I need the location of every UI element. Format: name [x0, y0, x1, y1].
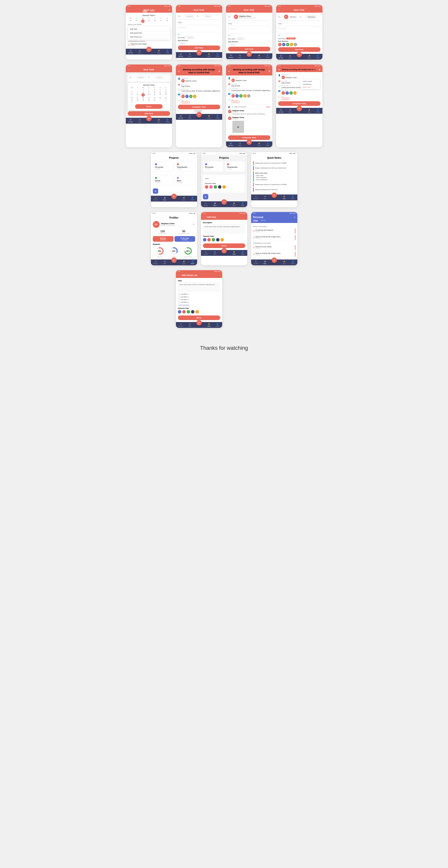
- nav-mytask[interactable]: ☑ My Task: [128, 50, 133, 54]
- note-done-btn[interactable]: Done: [203, 243, 245, 248]
- add-task-btn-5[interactable]: Add Task: [128, 111, 170, 116]
- checkbox-3[interactable]: [178, 299, 180, 301]
- due-badge-3[interactable]: Anytime: [236, 37, 245, 40]
- popup-add-note[interactable]: Add Quick Note: [128, 31, 170, 35]
- nav-10-menu[interactable]: ⊞Menu: [214, 202, 217, 206]
- nav-15-profile[interactable]: 👤Profile: [216, 323, 219, 327]
- assignee-field[interactable]: Assignee: [184, 14, 195, 18]
- close-icon-3[interactable]: ✕: [278, 68, 280, 71]
- fab-16[interactable]: +: [271, 257, 277, 263]
- nav-11-mytask[interactable]: ☑My Task: [254, 195, 258, 199]
- fab-15[interactable]: +: [196, 320, 202, 326]
- checkbox-1[interactable]: [178, 293, 180, 295]
- nav-9-profile[interactable]: 👤Profile: [191, 197, 194, 200]
- description-input[interactable]: Description: [178, 26, 220, 32]
- popup-add-checklist[interactable]: Add Check List: [128, 35, 170, 39]
- nav-7-menu[interactable]: ⊞Menu: [238, 143, 242, 146]
- title-input-3[interactable]: [228, 22, 270, 26]
- project-p2-personal[interactable]: Personal 10 Tasks: [203, 161, 223, 172]
- desc-3[interactable]: Description: [228, 27, 270, 34]
- cl-color-green[interactable]: [187, 310, 190, 313]
- checklist-item-2[interactable]: List Item 2: [178, 296, 220, 298]
- title-input-4[interactable]: [278, 22, 320, 26]
- nav-3-quick[interactable]: ⚡Quick: [257, 54, 261, 58]
- fab-11[interactable]: +: [271, 192, 277, 198]
- add-task-btn-3[interactable]: Add Task: [228, 47, 270, 51]
- cl-color-yellow[interactable]: [195, 310, 199, 313]
- complete-task-btn-3[interactable]: Complete Task: [278, 101, 320, 106]
- popup-add-task[interactable]: Add Task: [128, 27, 170, 31]
- fab-3[interactable]: +: [247, 51, 252, 57]
- nav-12-menu[interactable]: ⊞Menu: [163, 260, 166, 265]
- add-task-btn-4[interactable]: Add Task: [278, 47, 320, 52]
- todo-btn[interactable]: To do Task 12 Tasks: [174, 236, 195, 242]
- fab-6[interactable]: +: [196, 112, 202, 117]
- checklist-item-4[interactable]: List Item 4: [178, 301, 220, 303]
- fab-7[interactable]: +: [247, 140, 252, 145]
- nav-5-menu[interactable]: ⊞Menu: [138, 119, 141, 123]
- title-input[interactable]: [178, 21, 220, 25]
- ctx-add-member[interactable]: Add Member: [300, 83, 320, 86]
- nav-9-menu[interactable]: ⊞Menu: [163, 197, 166, 200]
- gear-icon-2[interactable]: ⚙: [268, 70, 270, 72]
- nav-13-menu[interactable]: ⊞Menu: [214, 251, 217, 255]
- note-desc-area[interactable]: Lorem ipsum dolor sit amet, consectetur …: [203, 224, 245, 234]
- nav-7-quick[interactable]: ⚡Quick: [257, 143, 261, 146]
- desc-4[interactable]: Description: [278, 27, 320, 34]
- close-icon-1[interactable]: ✕: [178, 70, 180, 72]
- tab-personal-today[interactable]: Today: [253, 220, 258, 221]
- task-tomorrow-2[interactable]: Meet according with design team... 9:00a…: [253, 251, 295, 257]
- nav-3-menu[interactable]: ⊞Menu: [238, 54, 242, 58]
- nav-6-profile[interactable]: 👤Profile: [216, 115, 219, 119]
- nav-13-mytask[interactable]: ☑My Task: [204, 251, 208, 255]
- nav-10-mytask[interactable]: ☑My Task: [204, 202, 208, 206]
- back-arrow-note[interactable]: ←: [203, 216, 205, 218]
- task-tomorrow-1[interactable]: Read the book Zlatan 9:00am: [253, 244, 295, 251]
- project-title-input[interactable]: [205, 177, 243, 181]
- cl-color-dark[interactable]: [191, 310, 194, 313]
- back-arrow-5[interactable]: ←: [128, 68, 130, 71]
- nav-11-menu[interactable]: ⊞Menu: [263, 195, 267, 199]
- project-teamworks[interactable]: Teamworks 5 Tasks: [175, 161, 195, 172]
- nav-16-menu[interactable]: ⊞Menu: [263, 260, 267, 265]
- nav-11-profile[interactable]: 👤Profile: [291, 195, 294, 199]
- nav-10-quick[interactable]: ⚡Quick: [232, 202, 235, 206]
- nav-5-profile[interactable]: 👤Profile: [166, 119, 169, 123]
- nav-11-quick[interactable]: ⚡Quick: [283, 195, 286, 199]
- due-badge-4[interactable]: 13/8/2018: [286, 37, 296, 39]
- fab-12[interactable]: +: [171, 257, 177, 263]
- cl-color-red[interactable]: [182, 310, 186, 313]
- nav-8-profile[interactable]: 👤Profile: [316, 109, 320, 113]
- note-2[interactable]: Replace dashboard icon with more colorfu…: [253, 166, 295, 170]
- nav-13-profile[interactable]: 👤Profile: [241, 251, 244, 255]
- color-dark[interactable]: [218, 185, 221, 189]
- complete-task-btn-1[interactable]: Complete Task: [178, 105, 220, 109]
- nav-quick[interactable]: ⚡ Quick: [157, 50, 160, 54]
- task-today-1[interactable]: Go fishing with Stephen 9:00am: [253, 228, 295, 235]
- cl-color-blue[interactable]: [178, 310, 181, 313]
- tab-today[interactable]: Today: [142, 10, 148, 12]
- nav-8-quick[interactable]: ⚡Quick: [308, 109, 311, 113]
- back-arrow-checklist[interactable]: ←: [178, 274, 180, 277]
- nav-12-mytask[interactable]: ☑My Task: [154, 260, 158, 265]
- note-1[interactable]: Meeting with Jessica in Central Park at …: [253, 161, 295, 165]
- back-arrow-3[interactable]: ←: [228, 9, 230, 11]
- project-val-4[interactable]: Personal: [306, 16, 317, 19]
- nav-8-menu[interactable]: ⊞Menu: [289, 109, 292, 113]
- nav-4-quick[interactable]: ⚡Quick: [308, 55, 311, 59]
- project-p2-teamworks[interactable]: Teamworks 5 Tasks: [225, 161, 245, 172]
- gear-icon-3[interactable]: ⚙: [319, 68, 320, 71]
- nav-5-mytask[interactable]: ☑My Task: [128, 119, 133, 123]
- back-arrow[interactable]: ←: [178, 9, 180, 11]
- nav-15-mytask[interactable]: ☑My Task: [179, 323, 183, 327]
- task-today-2[interactable]: Meet according with design team... 9:00a…: [253, 235, 295, 241]
- add-task-btn[interactable]: Add Task: [178, 45, 220, 50]
- nav-9-mytask[interactable]: ☑My Task: [154, 197, 158, 200]
- nav-12-profile[interactable]: 👤Profile: [191, 260, 194, 265]
- note-color-dark[interactable]: [216, 238, 220, 242]
- task-item-1[interactable]: Read the book Zlatan 9:00am: [128, 42, 170, 47]
- nav-12-quick[interactable]: ⚡Quick: [182, 260, 185, 265]
- nav-8-mytask[interactable]: ☑My Task: [279, 109, 283, 113]
- checklist-item-1[interactable]: List Item 1: [178, 293, 220, 295]
- nav-15-menu[interactable]: ⊞Menu: [188, 323, 192, 327]
